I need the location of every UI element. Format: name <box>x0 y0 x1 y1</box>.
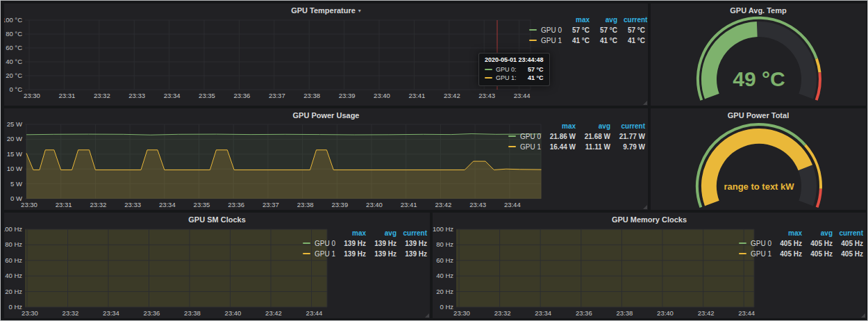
y-tick-label: 80 Hz <box>436 240 453 248</box>
gauge-threshold-ring <box>817 58 820 72</box>
legend-value: 21.68 W <box>576 131 610 142</box>
panel-gpu-temperature: GPU Temperature▾100 °C80 °C60 °C40 °C20 … <box>4 3 648 106</box>
legend-series-name: GPU 1 <box>751 250 771 258</box>
legend-value: 57 °C <box>562 25 590 35</box>
y-tick-label: 60 Hz <box>436 256 453 264</box>
chevron-down-icon: ▾ <box>358 8 361 14</box>
x-tick-label: 23:32 <box>94 92 110 99</box>
x-tick-label: 23:44 <box>306 309 323 317</box>
legend-series-toggle[interactable]: GPU 1 <box>739 249 771 259</box>
panel-title-bar: GPU Temperature▾ <box>4 3 648 18</box>
legend-value: 21.77 W <box>610 131 645 142</box>
panel-title[interactable]: GPU Power Total <box>728 111 789 120</box>
x-tick-label: 23:35 <box>194 201 210 208</box>
x-tick-label: 23:30 <box>22 309 38 317</box>
y-tick-label: 0 Hz <box>8 303 22 311</box>
legend-series-toggle[interactable]: GPU 1 <box>529 35 562 46</box>
legend-header-max[interactable]: max <box>771 228 802 238</box>
legend-series-toggle[interactable]: GPU 1 <box>508 142 541 152</box>
y-tick-label: 40 °C <box>6 58 22 65</box>
x-tick-label: 23:43 <box>469 201 486 208</box>
legend-series-toggle[interactable]: GPU 1 <box>303 249 335 259</box>
legend-series-toggle[interactable]: GPU 0 <box>508 131 541 142</box>
x-tick-label: 23:36 <box>228 201 244 208</box>
x-tick-label: 23:44 <box>514 92 531 99</box>
y-tick-label: 0 Hz <box>440 303 453 311</box>
panel-title-bar: GPU Power Total <box>651 108 866 123</box>
y-tick-label: 5 W <box>10 180 22 188</box>
panel-title[interactable]: GPU Memory Clocks <box>612 215 687 224</box>
y-tick-label: 20 °C <box>6 72 22 79</box>
legend-value: 11.11 W <box>576 142 610 152</box>
y-tick-label: 80 °C <box>6 30 22 38</box>
x-tick-label: 23:31 <box>56 201 72 208</box>
series-color-dash <box>303 242 310 244</box>
x-tick-label: 23:34 <box>535 309 551 317</box>
tooltip-series-name: GPU 0: <box>496 66 517 73</box>
x-tick-label: 23:34 <box>159 201 176 208</box>
y-tick-label: 0 °C <box>9 85 22 93</box>
y-tick-label: 40 Hz <box>5 272 22 279</box>
legend-header-current[interactable]: current <box>833 228 863 238</box>
legend-value: 41 °C <box>590 35 617 46</box>
legend-corner <box>739 228 771 238</box>
panel-title[interactable]: GPU Temperature <box>291 6 356 15</box>
panel-title-bar: GPU SM Clocks <box>4 213 430 227</box>
legend-series-toggle[interactable]: GPU 0 <box>739 238 771 249</box>
x-tick-label: 23:41 <box>401 201 417 208</box>
legend-value: 139 Hz <box>366 238 397 249</box>
resize-handle[interactable] <box>643 205 647 209</box>
legend-value: 9.79 W <box>610 142 645 152</box>
gauge-value: range to text kW <box>724 181 794 192</box>
series-color-dash <box>739 242 746 244</box>
resize-handle[interactable] <box>643 101 647 105</box>
x-tick-label: 23:41 <box>409 92 426 99</box>
legend-series-toggle[interactable]: GPU 0 <box>529 25 562 35</box>
legend-header-max[interactable]: max <box>335 228 366 238</box>
panel-title[interactable]: GPU SM Clocks <box>188 215 246 224</box>
legend-header-avg[interactable]: avg <box>802 228 833 238</box>
resize-handle[interactable] <box>861 313 865 318</box>
tooltip-series-name: GPU 1: <box>496 74 517 81</box>
y-tick-label: 60 Hz <box>5 256 22 264</box>
panel-title[interactable]: GPU Power Usage <box>293 111 360 120</box>
x-tick-label: 23:30 <box>24 92 40 99</box>
series-color-dash <box>303 253 310 254</box>
x-tick-label: 23:40 <box>366 201 383 208</box>
x-tick-label: 23:32 <box>494 309 511 317</box>
legend-series-name: GPU 0 <box>751 240 771 247</box>
resize-handle[interactable] <box>425 313 429 318</box>
panel-title-bar: GPU Memory Clocks <box>433 213 866 227</box>
x-tick-label: 23:40 <box>225 309 242 317</box>
x-tick-label: 23:37 <box>269 92 285 99</box>
panel-title[interactable]: GPU Avg. Temp <box>730 6 787 15</box>
legend-series-toggle[interactable]: GPU 0 <box>303 238 335 249</box>
y-tick-label: 20 W <box>7 135 22 142</box>
y-tick-label: 40 Hz <box>436 272 453 279</box>
gauge-threshold-ring <box>817 189 821 208</box>
y-tick-label: 10 W <box>7 165 22 172</box>
legend: maxavgcurrentGPU 021.86 W21.68 W21.77 WG… <box>508 121 645 152</box>
x-tick-label: 23:43 <box>478 92 495 99</box>
panel-gpu-power-total: GPU Power Totalrange to text kW <box>651 108 866 210</box>
x-tick-label: 23:32 <box>90 201 107 208</box>
legend-value: 405 Hz <box>771 238 802 249</box>
gauge-value: 49 °C <box>733 67 785 90</box>
series-color-dash <box>485 77 492 79</box>
legend-series-name: GPU 0 <box>315 240 335 247</box>
y-tick-label: 20 Hz <box>436 288 453 295</box>
legend-header-current[interactable]: current <box>397 228 427 238</box>
legend-header-avg[interactable]: avg <box>366 228 397 238</box>
legend-value: 405 Hz <box>833 249 863 259</box>
x-tick-label: 23:30 <box>21 201 37 208</box>
legend-series-name: GPU 0 <box>541 26 562 34</box>
x-tick-label: 23:33 <box>124 201 141 208</box>
legend-value: 16.44 W <box>541 142 576 152</box>
x-tick-label: 23:40 <box>374 92 390 99</box>
x-tick-label: 23:38 <box>184 309 201 317</box>
gauge-arc-fill <box>709 136 806 204</box>
series-color-dash <box>739 253 746 254</box>
x-tick-label: 23:42 <box>698 309 715 317</box>
x-tick-label: 23:38 <box>303 92 320 99</box>
y-tick-label: 15 W <box>7 150 22 158</box>
